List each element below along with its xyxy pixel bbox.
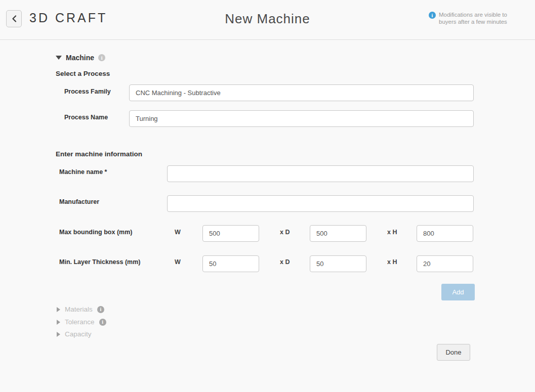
machine-name-input[interactable]	[167, 165, 474, 182]
done-button[interactable]: Done	[437, 344, 470, 361]
materials-section-toggle[interactable]: Materials	[57, 306, 104, 313]
max-bb-d-label: x D	[280, 229, 290, 236]
add-button[interactable]: Add	[441, 284, 475, 300]
max-bb-width-input[interactable]	[202, 225, 259, 242]
manufacturer-label: Manufacturer	[59, 198, 99, 205]
app-header: 3D CRAFT New Machine Modifications are v…	[0, 0, 535, 40]
modifications-note-text: Modifications are visible to buyers afte…	[439, 11, 507, 25]
machine-info-icon[interactable]	[98, 54, 105, 61]
info-icon[interactable]	[429, 12, 436, 19]
min-lt-w-label: W	[175, 258, 181, 266]
main-content: Machine Select a Process Process Family …	[0, 40, 535, 392]
materials-section-label: Materials	[65, 306, 93, 313]
capacity-section-label: Capacity	[65, 330, 92, 338]
process-name-label: Process Name	[64, 114, 108, 121]
select-process-heading: Select a Process	[56, 70, 110, 77]
machine-info-heading: Enter machine information	[56, 150, 142, 158]
process-family-label: Process Family	[64, 88, 111, 95]
tolerance-info-icon[interactable]	[99, 319, 106, 326]
tolerance-section-toggle[interactable]: Tolerance	[57, 318, 106, 326]
min-lt-width-input[interactable]	[202, 255, 259, 272]
min-layer-thickness-label: Min. Layer Thickness (mm)	[59, 258, 140, 266]
max-bb-depth-input[interactable]	[310, 225, 366, 242]
min-lt-depth-input[interactable]	[310, 255, 366, 272]
machine-section-toggle[interactable]: Machine	[56, 54, 105, 62]
machine-section-label: Machine	[66, 54, 94, 62]
min-lt-h-label: x H	[387, 258, 397, 266]
process-name-input[interactable]	[129, 110, 474, 127]
materials-info-icon[interactable]	[97, 306, 104, 313]
max-bb-h-label: x H	[387, 229, 397, 236]
manufacturer-input[interactable]	[167, 195, 474, 212]
max-bounding-box-label: Max bounding box (mm)	[59, 229, 132, 236]
process-family-input[interactable]	[129, 84, 474, 101]
triangle-right-icon	[57, 332, 60, 337]
max-bb-w-label: W	[175, 229, 181, 236]
triangle-right-icon	[57, 307, 60, 312]
modifications-note: Modifications are visible to buyers afte…	[429, 11, 530, 25]
machine-name-label: Machine name *	[59, 168, 107, 176]
triangle-right-icon	[57, 320, 60, 325]
min-lt-d-label: x D	[280, 258, 290, 266]
max-bb-height-input[interactable]	[417, 225, 473, 242]
triangle-down-icon	[56, 56, 62, 60]
capacity-section-toggle[interactable]: Capacity	[57, 330, 92, 338]
min-lt-height-input[interactable]	[417, 255, 473, 272]
tolerance-section-label: Tolerance	[65, 318, 95, 326]
